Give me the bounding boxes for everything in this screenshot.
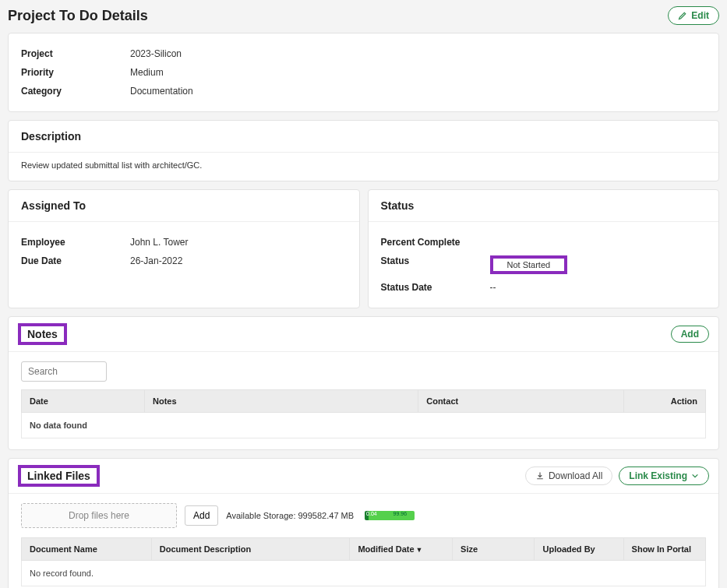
notes-card: Notes Add Date Notes Contact Action No d…	[8, 316, 719, 450]
assigned-heading: Assigned To	[9, 190, 359, 222]
files-col-uploaded[interactable]: Uploaded By	[535, 538, 623, 561]
details-card: Project2023-Silicon PriorityMedium Categ…	[8, 33, 719, 112]
link-existing-button[interactable]: Link Existing	[619, 467, 709, 485]
status-label: Status Date	[381, 282, 490, 293]
linked-files-card: Linked Files Download All Link Existing …	[8, 458, 719, 588]
notes-col-action: Action	[623, 390, 705, 413]
storage-bar	[365, 511, 415, 520]
notes-heading: Notes	[18, 323, 67, 345]
page-title: Project To Do Details	[8, 8, 148, 24]
files-col-modified[interactable]: Modified Date▼	[350, 538, 453, 561]
drop-zone[interactable]: Drop files here	[21, 503, 177, 528]
assigned-label: Employee	[21, 237, 130, 248]
files-col-name[interactable]: Document Name	[22, 538, 152, 561]
pencil-icon	[678, 11, 687, 20]
details-label: Category	[21, 86, 130, 97]
notes-col-notes[interactable]: Notes	[145, 390, 418, 413]
linked-heading: Linked Files	[18, 465, 100, 487]
notes-table: Date Notes Contact Action No data found	[21, 389, 706, 438]
status-value: --	[490, 282, 496, 293]
details-label: Project	[21, 48, 130, 59]
details-value: Documentation	[130, 86, 193, 97]
status-label: Percent Complete	[381, 237, 490, 248]
status-badge: Not Started	[490, 255, 568, 274]
notes-col-date[interactable]: Date	[22, 390, 145, 413]
details-label: Priority	[21, 67, 130, 78]
linked-add-button[interactable]: Add	[185, 505, 218, 526]
notes-search-input[interactable]	[21, 361, 107, 382]
status-label: Status	[381, 255, 490, 274]
storage-label: Available Storage: 999582.47 MB	[226, 511, 354, 520]
files-col-desc[interactable]: Document Description	[151, 538, 350, 561]
notes-empty: No data found	[22, 413, 706, 438]
files-col-size[interactable]: Size	[453, 538, 535, 561]
link-existing-label: Link Existing	[629, 470, 687, 481]
assigned-card: Assigned To EmployeeJohn L. Tower Due Da…	[8, 189, 360, 308]
notes-add-button[interactable]: Add	[671, 326, 709, 343]
notes-col-contact[interactable]: Contact	[418, 390, 623, 413]
details-value: 2023-Silicon	[130, 48, 182, 59]
sort-desc-icon: ▼	[416, 546, 423, 554]
assigned-label: Due Date	[21, 255, 130, 266]
assigned-value: 26-Jan-2022	[130, 255, 182, 266]
edit-button-label: Edit	[691, 10, 709, 21]
files-col-portal[interactable]: Show In Portal	[623, 538, 705, 561]
download-all-label: Download All	[549, 470, 602, 481]
assigned-value: John L. Tower	[130, 237, 189, 248]
edit-button[interactable]: Edit	[668, 6, 719, 25]
details-value: Medium	[130, 67, 164, 78]
download-all-button[interactable]: Download All	[525, 467, 612, 485]
description-heading: Description	[9, 121, 718, 153]
files-empty: No record found.	[22, 561, 706, 586]
status-heading: Status	[369, 190, 719, 222]
status-card: Status Percent Complete StatusNot Starte…	[368, 189, 720, 308]
description-card: Description Review updated submittal lis…	[8, 120, 719, 181]
linked-files-table: Document Name Document Description Modif…	[21, 537, 706, 586]
download-icon	[535, 471, 545, 481]
chevron-down-icon	[691, 472, 699, 480]
description-text: Review updated submittal list with archi…	[9, 153, 718, 181]
